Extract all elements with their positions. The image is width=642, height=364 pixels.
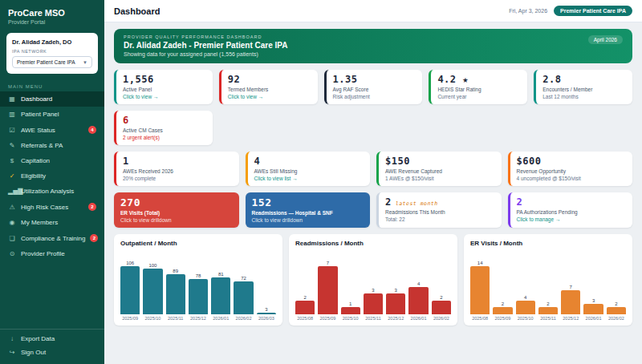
stat-sublabel: 1 AWEs @ $150/visit [385, 176, 495, 181]
stat-card-hedis-star-rating[interactable]: 4.2 ★ HEDIS Star Rating Current year [429, 70, 527, 104]
bar-2025-08: 142025/08 [470, 250, 490, 321]
referrals-icon: ✎ [8, 142, 16, 149]
bar-value-label: 2 [502, 301, 504, 306]
stat-card-readmissions-this-month[interactable]: 2latest month Readmissions This Month To… [376, 192, 502, 228]
stat-card-revenue-opportunity[interactable]: $600 Revenue Opportunity 4 uncompleted @… [508, 152, 633, 186]
chart-title: Readmissions / Month [295, 240, 451, 247]
sidebar-item-utilization-analysis[interactable]: ▂▅▇ Utilization Analysis [0, 184, 104, 199]
sidebar-item-capitation[interactable]: $ Capitation [0, 153, 104, 168]
x-axis-label: 2025/12 [190, 316, 206, 321]
x-axis-label: 2026/02 [433, 316, 449, 321]
doctor-card: Dr. Alidad Zadeh, DO IPA NETWORK Premier… [6, 33, 98, 74]
ipa-network-select[interactable]: Premier Patient Care IPA ▼ [12, 56, 92, 68]
bar-2025-10: 42025/10 [516, 250, 535, 321]
bar [432, 301, 451, 314]
sidebar-item-label: Patient Panel [21, 111, 59, 118]
sidebar-item-high-risk-cases[interactable]: ⚠ High Risk Cases 2 [0, 199, 104, 215]
stat-card-er-visits-total[interactable]: 270 ER Visits (Total) Click to view dril… [114, 192, 239, 228]
chevron-down-icon: ▼ [83, 60, 87, 65]
sidebar-item-label: Referrals & PA [21, 142, 63, 149]
stat-card-active-cm-cases[interactable]: 6 Active CM Cases 2 urgent alert(s) [114, 111, 213, 145]
sidebar-item-label: Export Data [21, 335, 55, 342]
sidebar-item-my-members[interactable]: ◉ My Members [0, 215, 104, 230]
ipa-network-value: Premier Patient Care IPA [17, 59, 75, 65]
stat-value: 92 [228, 74, 311, 85]
sidebar-item-dashboard[interactable]: ▦ Dashboard [0, 91, 104, 107]
dashboard-icon: ▦ [8, 95, 16, 103]
page-title: Dashboard [114, 6, 160, 16]
bar [189, 279, 208, 314]
bar-2025-10: 12025/10 [341, 250, 360, 321]
banner-eyebrow: PROVIDER QUALITY PERFORMANCE DASHBOARD [124, 34, 623, 39]
sidebar-item-sign-out[interactable]: ↪ Sign Out [0, 346, 104, 359]
notification-badge: 2 [88, 203, 96, 211]
notification-badge: 2 [90, 234, 98, 242]
chart-plot: 22025/0872025/0912025/1032025/1132025/12… [295, 250, 451, 321]
bar [341, 307, 360, 314]
x-axis-label: 2026/01 [586, 316, 602, 321]
stat-label: Readmissions — Hospital & SNF [252, 210, 364, 216]
chart-er-visits-month: ER Visits / Month 142025/0822025/0942025… [464, 234, 632, 326]
banner-title: Dr. Alidad Zadeh - Premier Patient Care … [124, 41, 623, 50]
notification-badge: 4 [88, 126, 96, 134]
x-axis-label: 2025/08 [297, 316, 313, 321]
stat-sublabel: Click to view → [123, 94, 206, 99]
stat-card-awes-received-2026[interactable]: 1 AWEs Received 2026 20% complete [114, 152, 239, 186]
stat-value: 1.35 [333, 74, 416, 85]
sidebar-item-label: Eligibility [21, 172, 46, 180]
stat-value: $150 [385, 156, 495, 167]
sidebar-item-patient-panel[interactable]: ▥ Patient Panel [0, 107, 104, 122]
patient-panel-icon: ▥ [8, 111, 16, 118]
stat-card-encounters-member[interactable]: 2.8 Encounters / Member Last 12 months [534, 70, 632, 104]
stat-card-readmissions-hospital-snf[interactable]: 152 Readmissions — Hospital & SNF Click … [246, 192, 371, 228]
stat-label: ER Visits (Total) [120, 210, 233, 216]
stat-sublabel: 4 uncompleted @ $150/visit [517, 176, 627, 181]
awe-status-icon: ☑ [8, 127, 16, 134]
stat-sublabel: Current year [437, 94, 521, 99]
chart-outpatient-month: Outpatient / Month 1062025/091002025/108… [114, 234, 282, 326]
bar-value-label: 7 [570, 285, 572, 289]
sidebar-item-label: Capitation [21, 157, 50, 164]
stat-label: Avg RAF Score [333, 87, 416, 92]
stat-card-termed-members[interactable]: 92 Termed Members Click to view → [219, 70, 318, 104]
x-axis-label: 2025/12 [563, 316, 579, 321]
sidebar-item-referrals-pa[interactable]: ✎ Referrals & PA [0, 138, 104, 153]
stat-card-pa-authorizations-pending[interactable]: 2 PA Authorizations Pending Click to man… [508, 192, 633, 228]
stat-value: 2latest month [385, 196, 495, 208]
topbar-right: Fri, Apr 3, 2026 Premier Patient Care IP… [509, 6, 632, 16]
stat-card-active-panel[interactable]: 1,556 Active Panel Click to view → [114, 70, 213, 104]
x-axis-label: 2026/01 [411, 316, 427, 321]
stat-sublabel: 20% complete [123, 176, 233, 181]
main-area: Dashboard Fri, Apr 3, 2026 Premier Patie… [104, 0, 642, 364]
sidebar-item-awe-status[interactable]: ☑ AWE Status 4 [0, 122, 104, 138]
bar [470, 266, 490, 314]
bar [166, 274, 185, 314]
stat-value: 4.2 ★ [437, 74, 521, 85]
sidebar-item-eligibility[interactable]: ✓ Eligibility [0, 168, 104, 184]
bar-value-label: 4 [417, 281, 420, 286]
bar-value-label: 4 [524, 295, 526, 300]
x-axis-label: 2025/11 [168, 316, 183, 321]
bar [493, 307, 512, 314]
sidebar-item-compliance-training[interactable]: ❏ Compliance & Training 2 [0, 230, 104, 246]
bar-2026-01: 42026/01 [408, 250, 428, 321]
stat-sublabel: Click to view drilldown [120, 217, 233, 223]
x-axis-label: 2025/10 [343, 316, 359, 321]
sidebar-item-label: High Risk Cases [21, 204, 68, 211]
bar-2025-09: 72025/09 [318, 250, 337, 321]
bar-value-label: 2 [547, 301, 549, 306]
bar-2025-12: 72025/12 [561, 250, 580, 321]
bar-2026-01: 32026/01 [583, 250, 603, 321]
stat-label: AWEs Still Missing [254, 168, 364, 174]
sidebar-item-export-data[interactable]: ↓ Export Data [0, 332, 104, 346]
x-axis-label: 2025/10 [144, 316, 160, 321]
bar-2025-09: 1062025/09 [120, 250, 140, 321]
stat-value: 1,556 [123, 74, 206, 85]
chart-title: ER Visits / Month [470, 240, 626, 247]
sidebar-item-provider-profile[interactable]: ⊙ Provider Profile [0, 246, 104, 261]
stat-card-awes-still-missing[interactable]: 4 AWEs Still Missing Click to view list … [246, 152, 371, 186]
stat-card-awe-revenue-captured[interactable]: $150 AWE Revenue Captured 1 AWEs @ $150/… [376, 152, 502, 186]
bar-value-label: 100 [148, 263, 156, 268]
stat-card-avg-raf-score[interactable]: 1.35 Avg RAF Score Risk adjustment [324, 70, 423, 104]
bar-2026-02: 22026/02 [432, 250, 451, 321]
